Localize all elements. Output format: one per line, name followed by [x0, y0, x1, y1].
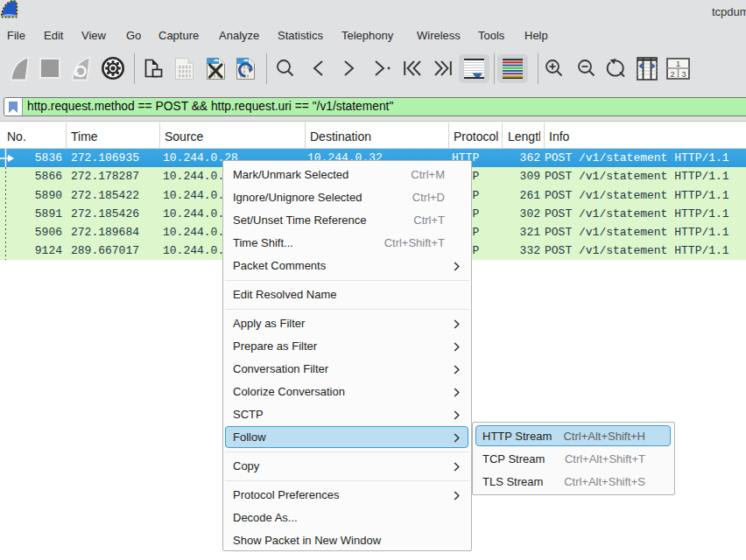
svg-text:2: 2: [670, 70, 674, 79]
svg-text:1: 1: [676, 60, 680, 68]
svg-text:3: 3: [681, 70, 686, 79]
